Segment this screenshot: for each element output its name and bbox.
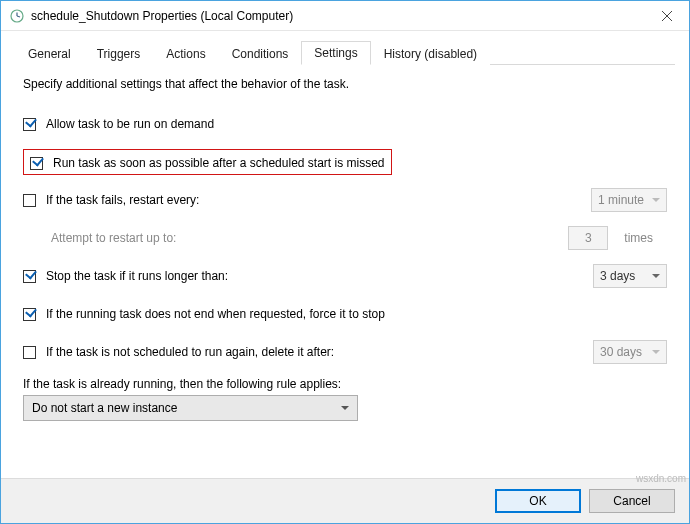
window-title: schedule_Shutdown Properties (Local Comp… [31,9,644,23]
tab-history[interactable]: History (disabled) [371,42,490,65]
chevron-down-icon [652,198,660,202]
label-force-stop: If the running task does not end when re… [46,307,667,321]
checkbox-run-after-missed[interactable] [30,157,43,170]
checkbox-on-demand[interactable] [23,118,36,131]
tab-actions[interactable]: Actions [153,42,218,65]
select-restart-interval-value: 1 minute [598,193,644,207]
label-already-running: If the task is already running, then the… [23,377,667,391]
label-delete-after: If the task is not scheduled to run agai… [46,345,583,359]
combo-running-rule-value: Do not start a new instance [32,401,177,415]
row-on-demand: Allow task to be run on demand [23,105,667,143]
checkbox-delete-after[interactable] [23,346,36,359]
row-restart-if-fails: If the task fails, restart every: 1 minu… [23,181,667,219]
svg-line-2 [17,16,20,17]
clock-icon [9,8,25,24]
chevron-down-icon [652,274,660,278]
label-restart-attempts: Attempt to restart up to: [51,231,176,245]
select-stop-duration-value: 3 days [600,269,635,283]
client-area: General Triggers Actions Conditions Sett… [1,31,689,478]
spin-restart-attempts[interactable]: 3 [568,226,608,250]
settings-intro: Specify additional settings that affect … [23,77,667,91]
close-icon [662,11,672,21]
checkbox-force-stop[interactable] [23,308,36,321]
row-delete-after: If the task is not scheduled to run agai… [23,333,667,371]
label-on-demand: Allow task to be run on demand [46,117,667,131]
checkbox-restart-if-fails[interactable] [23,194,36,207]
tab-triggers[interactable]: Triggers [84,42,154,65]
select-stop-duration[interactable]: 3 days [593,264,667,288]
label-restart-if-fails: If the task fails, restart every: [46,193,581,207]
chevron-down-icon [652,350,660,354]
select-delete-after[interactable]: 30 days [593,340,667,364]
tab-general[interactable]: General [15,42,84,65]
titlebar: schedule_Shutdown Properties (Local Comp… [1,1,689,31]
tab-conditions[interactable]: Conditions [219,42,302,65]
label-times-suffix: times [624,231,653,245]
tab-settings[interactable]: Settings [301,41,370,65]
combo-running-rule[interactable]: Do not start a new instance [23,395,358,421]
tab-strip: General Triggers Actions Conditions Sett… [15,41,675,65]
settings-panel: Specify additional settings that affect … [15,65,675,478]
highlight-run-after-missed: Run task as soon as possible after a sch… [23,149,392,175]
chevron-down-icon [341,406,349,410]
row-force-stop: If the running task does not end when re… [23,295,667,333]
select-restart-interval[interactable]: 1 minute [591,188,667,212]
label-stop-if-longer: Stop the task if it runs longer than: [46,269,583,283]
dialog-footer: OK Cancel [1,478,689,523]
checkbox-stop-if-longer[interactable] [23,270,36,283]
cancel-button[interactable]: Cancel [589,489,675,513]
close-button[interactable] [644,1,689,31]
row-run-after-missed: Run task as soon as possible after a sch… [23,143,667,181]
properties-dialog: schedule_Shutdown Properties (Local Comp… [0,0,690,524]
row-restart-attempts: Attempt to restart up to: 3 times [23,219,667,257]
ok-button[interactable]: OK [495,489,581,513]
row-stop-if-longer: Stop the task if it runs longer than: 3 … [23,257,667,295]
select-delete-after-value: 30 days [600,345,642,359]
label-run-after-missed: Run task as soon as possible after a sch… [53,156,385,170]
